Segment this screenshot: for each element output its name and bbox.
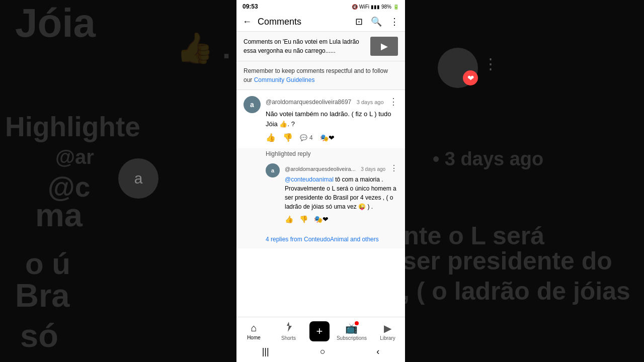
reply-avatar: a — [266, 163, 280, 177]
like-button[interactable]: 👍 — [266, 133, 276, 142]
header-title: Comments — [258, 17, 349, 27]
android-nav: ||| ○ ‹ — [236, 343, 405, 362]
cast-icon[interactable]: ⊡ — [355, 16, 363, 27]
bg-dots-right: ⋮ — [483, 58, 498, 70]
shorts-icon — [284, 322, 293, 334]
play-icon: ▶ — [381, 41, 388, 52]
reaction-icons: 🎭 ❤ — [320, 134, 335, 142]
comment-actions: 👍 👎 💬 4 🎭 ❤ — [266, 133, 398, 142]
bg-heart-badge: ❤ — [463, 70, 478, 85]
bg-aroldo: @ar — [55, 146, 94, 168]
battery-icon: 🔋 — [393, 4, 399, 10]
bottom-nav: ⌂ Home Shorts + 📺 Subscriptions ▶ Librar… — [236, 317, 405, 343]
video-banner: Comments on 'Eu não votei em Lula ladrão… — [236, 32, 405, 61]
signal-icon: ▮▮▮ — [371, 4, 380, 10]
comment-author[interactable]: @aroldomarquesdeoliveira8697 — [266, 99, 351, 106]
status-time: 09:53 — [243, 3, 258, 10]
reply-more-button[interactable]: ⋮ — [390, 163, 398, 173]
bg-heart-circle: ❤ — [438, 48, 478, 88]
status-icons: 🔇 WiFi ▮▮▮ 98% 🔋 — [352, 4, 399, 10]
video-banner-text: Comments on 'Eu não votei em Lula ladrão… — [244, 37, 365, 55]
reaction-heart: ❤ — [329, 134, 335, 142]
subscriptions-label: Subscriptions — [337, 335, 367, 341]
bg-days: • 3 days ago — [433, 148, 543, 170]
search-icon[interactable]: 🔍 — [371, 16, 382, 27]
comment-text: Não votei também no ladrão. ( fiz o L ) … — [266, 109, 398, 129]
bg-ma: ma — [35, 196, 83, 234]
highlighted-reply-label: Highlighted reply — [236, 148, 405, 159]
battery-level: 98% — [381, 4, 391, 10]
reply-actions: 👍 👎 🎭 ❤ — [285, 215, 398, 223]
home-icon: ⌂ — [251, 322, 257, 334]
reply-like-button[interactable]: 👍 — [285, 215, 293, 223]
bg-bra: Bra — [15, 277, 69, 314]
back-button[interactable]: ← — [243, 17, 252, 27]
reply-meta: @aroldomarquesdeoliveira... 3 days ago — [285, 164, 385, 173]
dislike-button[interactable]: 👎 — [283, 133, 293, 142]
bg-ser: ser presidente do — [403, 246, 612, 276]
comments-section[interactable]: a @aroldomarquesdeoliveira8697 3 days ag… — [236, 90, 405, 317]
android-back-button[interactable]: ‹ — [376, 346, 379, 357]
nav-library[interactable]: ▶ Library — [374, 322, 401, 341]
show-more-replies[interactable]: 4 replies from ConteudoAnimal and others — [236, 229, 405, 248]
video-thumbnail: ▶ — [370, 37, 398, 56]
reply-reaction-emoji: 🎭 — [314, 215, 323, 223]
android-home-button[interactable]: ○ — [320, 346, 326, 357]
bg-highlighted: Highlighte — [5, 111, 140, 143]
reply-text: @conteudoanimal tô com a maioria . Prova… — [285, 175, 398, 211]
bg-thumbup: 👍 . — [176, 30, 230, 66]
bg-só: só — [20, 317, 58, 354]
add-icon: + — [316, 325, 323, 338]
bg-ladrão: , ( o ladrão de jóias — [403, 277, 630, 306]
reply-date: 3 days ago — [361, 166, 385, 172]
bg-heart-area: ❤ — [438, 48, 478, 88]
library-label: Library — [380, 335, 395, 341]
reply-header: @aroldomarquesdeoliveira... 3 days ago ⋮ — [285, 163, 398, 173]
nav-subscriptions[interactable]: 📺 Subscriptions — [337, 322, 367, 341]
comment-avatar: a — [244, 96, 261, 113]
mute-icon: 🔇 — [352, 4, 358, 10]
status-bar: 09:53 🔇 WiFi ▮▮▮ 98% 🔋 — [236, 0, 405, 12]
wifi-icon: WiFi — [359, 4, 369, 10]
home-label: Home — [247, 335, 261, 340]
reply-reaction-icons: 🎭 ❤ — [314, 215, 329, 223]
guidelines-link[interactable]: Community Guidelines — [254, 76, 315, 83]
nav-home[interactable]: ⌂ Home — [240, 322, 268, 340]
show-more-text[interactable]: 4 replies from ConteudoAnimal and others — [266, 236, 379, 243]
shorts-label: Shorts — [281, 335, 296, 341]
comment-more-button[interactable]: ⋮ — [389, 96, 398, 107]
library-icon: ▶ — [384, 322, 391, 334]
more-icon[interactable]: ⋮ — [390, 16, 399, 27]
comments-header: ← Comments ⊡ 🔍 ⋮ — [236, 12, 405, 32]
reply-reaction-heart: ❤ — [323, 215, 329, 223]
android-menu-button[interactable]: ||| — [262, 346, 269, 357]
reply-author[interactable]: @aroldomarquesdeoliveira... — [285, 166, 356, 172]
reply-mention[interactable]: @conteudoanimal — [285, 176, 334, 183]
header-icons: ⊡ 🔍 ⋮ — [355, 16, 399, 27]
reply-content: @aroldomarquesdeoliveira... 3 days ago ⋮… — [285, 163, 398, 223]
comment-item: a @aroldomarquesdeoliveira8697 3 days ag… — [236, 90, 405, 148]
bg-ou: o ú — [25, 246, 70, 281]
reply-item: a @aroldomarquesdeoliveira... 3 days ago… — [236, 159, 405, 229]
subscriptions-badge — [355, 321, 359, 325]
nav-add-button[interactable]: + — [309, 321, 330, 341]
comment-meta: @aroldomarquesdeoliveira8697 3 days ago — [266, 97, 384, 106]
phone-frame: 09:53 🔇 WiFi ▮▮▮ 98% 🔋 ← Comments ⊡ 🔍 ⋮ … — [236, 0, 405, 362]
nav-shorts[interactable]: Shorts — [275, 322, 302, 341]
bg-text-joia: Jóia — [15, 0, 96, 46]
reaction-emoji-1: 🎭 — [320, 134, 329, 142]
comment-date: 3 days ago — [357, 99, 384, 105]
reply-count[interactable]: 💬 4 — [300, 134, 313, 141]
bg-atc: @c — [48, 171, 90, 203]
guidelines-notice: Remember to keep comments respectful and… — [236, 61, 405, 90]
comment-header: @aroldomarquesdeoliveira8697 3 days ago … — [266, 96, 398, 107]
comment-content: @aroldomarquesdeoliveira8697 3 days ago … — [266, 96, 398, 142]
comment-icon: 💬 — [300, 134, 307, 141]
bg-avatar: a — [118, 158, 158, 199]
reply-dislike-button[interactable]: 👎 — [299, 215, 308, 223]
